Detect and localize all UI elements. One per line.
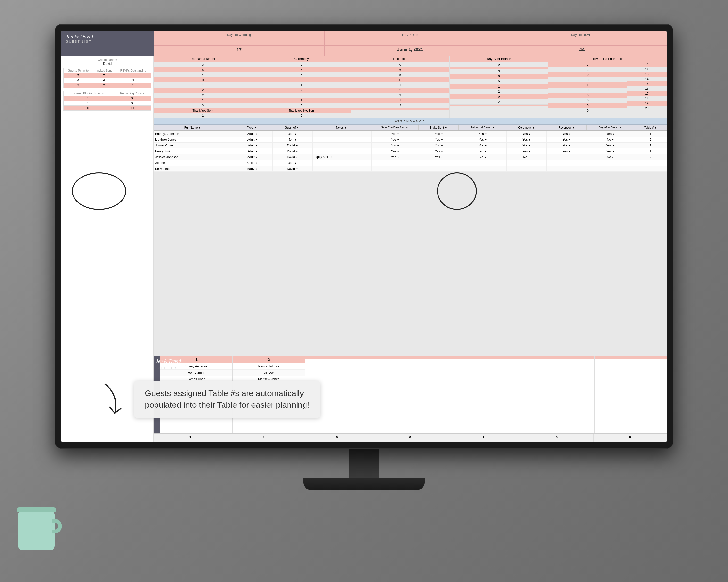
cell-ceremony: Yes ▼ <box>507 143 547 148</box>
table-5-column <box>450 356 522 433</box>
invite-stats-table: Guests To Invite Invites Sent RSVPs Outs… <box>63 68 151 88</box>
reception-header: Reception <box>351 56 450 62</box>
cell-save-date: Yes ▼ <box>371 148 419 154</box>
table-2-header: 2 <box>233 356 305 363</box>
cell-notes: Happy Smith's 1 <box>313 154 371 160</box>
table-guest-name: Jessica Johnson <box>233 363 305 369</box>
table-guest-name: Henry Smith <box>160 369 232 376</box>
event-col-ceremony: Ceremony 2 6 5 0 1 2 3 1 3 Thank You Not <box>252 56 351 118</box>
invite-stat-1a: 7 <box>63 73 93 78</box>
cell-notes <box>313 166 371 171</box>
cell-reception <box>547 160 587 166</box>
cell-reception: Yes ▼ <box>547 137 587 142</box>
cell-guest-of: Jen ▼ <box>272 137 313 142</box>
rsvp-date-value: June 1, 2021 <box>325 46 496 56</box>
cell-reception: Yes ▼ <box>547 131 587 137</box>
groom-label: Groom/Partner <box>63 58 151 62</box>
col-ceremony: Ceremony ▼ <box>506 124 546 131</box>
rooms-1b: 9 <box>113 96 151 101</box>
cell-table: 2 <box>634 154 667 160</box>
table-6-column <box>522 356 595 433</box>
cell-reception <box>547 154 587 160</box>
cell-invite <box>419 160 459 166</box>
brand-title: Jen & David <box>66 33 149 40</box>
cell-invite: Yes ▼ <box>419 154 459 160</box>
col-brunch: Day-After Brunch ▼ <box>587 124 634 131</box>
cell-brunch <box>587 166 634 171</box>
invite-stat-2b: 6 <box>93 78 115 83</box>
spreadsheet: Jen & David GUEST LIST Days to Wedding R… <box>61 31 667 442</box>
footer-total-7: 0 <box>594 434 667 442</box>
col-remaining-rooms: Remaining Rooms <box>113 91 151 96</box>
brunch-header: Day-After Brunch <box>450 56 548 62</box>
attendance-header: ATTENDANCE <box>154 118 667 124</box>
groom-value: David <box>63 62 151 65</box>
cell-notes <box>313 143 371 148</box>
right-panel: Rehearsal Dinner 3 5 4 0 1 2 2 1 3 Thank <box>154 56 667 442</box>
event-stats: Rehearsal Dinner 3 5 4 0 1 2 2 1 3 Thank <box>154 56 667 118</box>
coffee-mug <box>15 507 58 553</box>
days-to-rsvp-value: -44 <box>496 46 667 56</box>
col-guests-invite: Guests To Invite <box>63 68 93 73</box>
cell-ceremony: No ▼ <box>507 154 547 160</box>
rooms-2b: 9 <box>113 101 151 106</box>
cell-type: Adult ▼ <box>232 148 272 154</box>
table-guest-name: Matthew Jones <box>233 376 305 382</box>
table-list-header: Jen & David TABLE LIST <box>154 356 160 433</box>
cell-name: Henry Smith <box>154 148 232 154</box>
col-invite-sent: Invite Sent ▼ <box>419 124 459 131</box>
col-full-name: Full Name ▼ <box>154 124 232 131</box>
invite-stat-1c <box>115 73 151 78</box>
cell-invite: Yes ▼ <box>419 143 459 148</box>
col-invites-sent: Invites Sent <box>93 68 115 73</box>
invite-stat-3a: 2 <box>63 83 93 88</box>
cell-ceremony: Yes ▼ <box>507 148 547 154</box>
cell-ceremony <box>507 166 547 171</box>
cell-guest-of: David ▼ <box>272 166 313 171</box>
cell-save-date <box>371 160 419 166</box>
footer-totals: 3 3 0 0 1 0 0 <box>154 433 667 442</box>
guest-rows: Britney Anderson Adult ▼ Jen ▼ Yes ▼ Yes… <box>154 131 667 356</box>
how-full-header: How Full Is Each Table <box>548 56 667 62</box>
table-row: Jessica Johnson Adult ▼ David ▼ Happy Sm… <box>154 154 667 160</box>
rooms-1a: 1 <box>63 96 113 101</box>
footer-total-1: 3 <box>154 434 227 442</box>
cell-ceremony: Yes ▼ <box>507 137 547 142</box>
cell-name: Matthew Jones <box>154 137 232 142</box>
table-row: Jill Lee Child ▼ Jen ▼ <box>154 160 667 166</box>
cell-brunch: Yes ▼ <box>587 131 634 137</box>
table-row: James Chan Adult ▼ David ▼ Yes ▼ Yes ▼ Y… <box>154 143 667 148</box>
cell-invite: Yes ▼ <box>419 131 459 137</box>
rooms-table: Booked Blocked Rooms Remaining Rooms 1 9… <box>63 91 151 111</box>
bottom-section: Jen & David TABLE LIST 1 Britney Anderso… <box>154 356 667 433</box>
table-7-column <box>595 356 667 433</box>
cell-reception: Yes ▼ <box>547 148 587 154</box>
tables-grid: 1 Britney Anderson Henry Smith James Cha… <box>160 356 667 433</box>
table-2-column: 2 Jessica Johnson Jill Lee Matthew Jones <box>233 356 305 433</box>
cell-guest-of: David ▼ <box>272 148 313 154</box>
cell-type: Adult ▼ <box>232 131 272 137</box>
table-3-column <box>305 356 378 433</box>
monitor-wrapper: Jen & David GUEST LIST Days to Wedding R… <box>36 24 692 558</box>
thank-you-not-sent-label: Thank You Not Sent <box>252 108 351 113</box>
rooms-3b: 10 <box>113 106 151 111</box>
rooms-3a: 0 <box>63 106 113 111</box>
how-full-table: How Full Is Each Table 3 3 0 0 1 0 <box>548 56 667 118</box>
days-to-rsvp-header: Days to RSVP <box>496 31 667 45</box>
cell-rehearsal <box>459 166 507 171</box>
cell-type: Adult ▼ <box>232 143 272 148</box>
col-booked-rooms: Booked Blocked Rooms <box>63 91 113 96</box>
cell-notes <box>313 131 371 137</box>
table-guest-name: James Chan <box>160 376 232 382</box>
cell-reception <box>547 166 587 171</box>
cell-rehearsal: Yes ▼ <box>459 131 507 137</box>
cell-guest-of: Jen ▼ <box>272 160 313 166</box>
cell-type: Adult ▼ <box>232 137 272 142</box>
days-to-wedding-value: 17 <box>154 46 325 56</box>
footer-total-5: 1 <box>447 434 520 442</box>
cell-table: 1 <box>634 131 667 137</box>
event-col-brunch: Day-After Brunch 0 3 0 0 1 2 0 2 <box>450 56 548 118</box>
rsvp-date-header: RSVP Date <box>325 31 496 45</box>
cell-notes <box>313 137 371 142</box>
cell-notes <box>313 148 371 154</box>
